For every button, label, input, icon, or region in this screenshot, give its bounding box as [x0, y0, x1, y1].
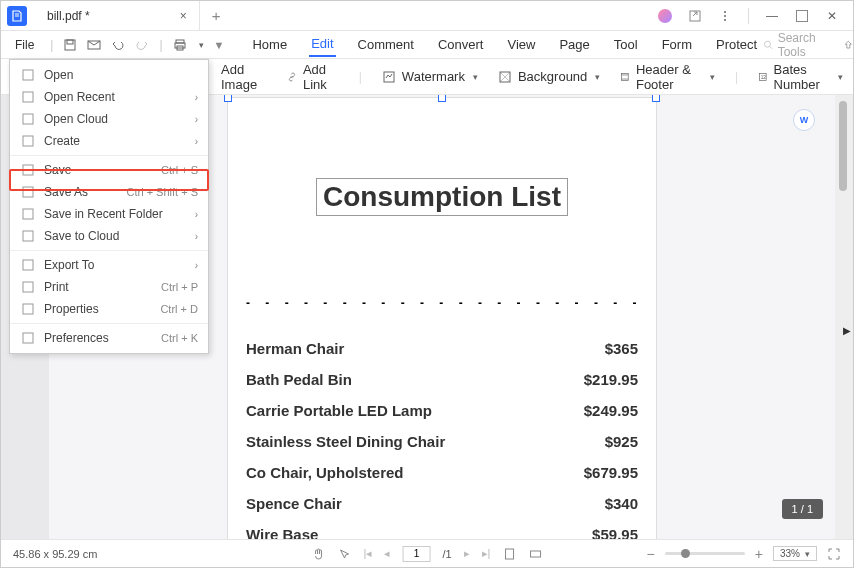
zoom-knob[interactable]	[681, 549, 690, 558]
open-icon	[20, 67, 36, 83]
mail-icon[interactable]	[87, 38, 101, 52]
add-link-button[interactable]: Add Link	[287, 62, 339, 92]
watermark-button[interactable]: Watermark▾	[382, 69, 478, 84]
page-input[interactable]	[402, 546, 430, 562]
file-menu-item-properties[interactable]: PropertiesCtrl + D	[10, 298, 208, 320]
tab-convert[interactable]: Convert	[436, 33, 486, 56]
submenu-arrow-icon: ›	[195, 136, 198, 147]
file-menu-item-export-to[interactable]: Export To›	[10, 254, 208, 276]
selection-handle[interactable]	[224, 95, 232, 102]
fit-width-icon[interactable]	[528, 547, 542, 561]
selection-handle[interactable]	[438, 95, 446, 102]
menu-shortcut: Ctrl + P	[161, 281, 198, 293]
menu-label: Save As	[44, 185, 126, 199]
background-button[interactable]: Background▾	[498, 69, 600, 84]
menu-label: Save to Cloud	[44, 229, 195, 243]
svg-rect-22	[23, 231, 33, 241]
background-icon	[498, 70, 512, 84]
select-tool-icon[interactable]	[338, 547, 352, 561]
page-indicator-badge: 1 / 1	[782, 499, 823, 519]
minimize-button[interactable]: —	[765, 9, 779, 23]
external-icon[interactable]	[688, 9, 702, 23]
app-logo	[7, 6, 27, 26]
add-tab-button[interactable]: +	[212, 7, 221, 24]
item-price: $59.95	[592, 526, 638, 539]
file-menu-item-open[interactable]: Open	[10, 64, 208, 86]
item-name: Wire Base	[246, 526, 318, 539]
vertical-scrollbar[interactable]	[835, 95, 853, 539]
share-icon[interactable]	[843, 38, 854, 52]
file-menu-item-create[interactable]: Create›	[10, 130, 208, 152]
tab-form[interactable]: Form	[660, 33, 694, 56]
zoom-out-button[interactable]: −	[647, 546, 655, 562]
add-image-button[interactable]: Add Image	[221, 62, 267, 92]
item-row: Spence Chair$340	[246, 495, 638, 512]
search-tools[interactable]: Search Tools	[763, 31, 829, 59]
menu-label: Save in Recent Folder	[44, 207, 195, 221]
file-menu-item-save-in-recent-folder[interactable]: Save in Recent Folder›	[10, 203, 208, 225]
tab-protect[interactable]: Protect	[714, 33, 759, 56]
zoom-in-button[interactable]: +	[755, 546, 763, 562]
submenu-arrow-icon: ›	[195, 92, 198, 103]
document-title[interactable]: Consumption List	[316, 178, 568, 216]
menu-label: Export To	[44, 258, 195, 272]
item-name: Bath Pedal Bin	[246, 371, 352, 388]
redo-icon[interactable]	[135, 38, 149, 52]
pin-icon[interactable]: ▼	[214, 39, 225, 51]
last-page-icon[interactable]: ▸|	[482, 547, 491, 560]
prev-page-icon[interactable]: ◂	[384, 547, 390, 560]
hand-tool-icon[interactable]	[312, 547, 326, 561]
divider: - - - - - - - - - - - - - - - - - - - - …	[246, 296, 638, 310]
scrollbar-thumb[interactable]	[839, 101, 847, 191]
svg-point-7	[765, 41, 771, 47]
selection-handle[interactable]	[652, 95, 660, 102]
maximize-button[interactable]	[795, 9, 809, 23]
tab-view[interactable]: View	[505, 33, 537, 56]
link-icon	[287, 70, 297, 84]
menu-label: Save	[44, 163, 161, 177]
file-menu-item-open-cloud[interactable]: Open Cloud›	[10, 108, 208, 130]
undo-icon[interactable]	[111, 38, 125, 52]
save-icon[interactable]	[63, 38, 77, 52]
bates-number-button[interactable]: 12 Bates Number▾	[758, 62, 843, 92]
menu-label: Create	[44, 134, 195, 148]
svg-rect-17	[23, 114, 33, 124]
file-menu-item-open-recent[interactable]: Open Recent›	[10, 86, 208, 108]
tab-home[interactable]: Home	[250, 33, 289, 56]
fit-page-icon[interactable]	[502, 547, 516, 561]
document-tab[interactable]: bill.pdf * ×	[33, 1, 200, 31]
file-menu-button[interactable]: File	[9, 34, 40, 56]
next-page-icon[interactable]: ▸	[464, 547, 470, 560]
page-total: /1	[442, 548, 451, 560]
item-price: $249.95	[584, 402, 638, 419]
print-icon[interactable]	[173, 38, 187, 52]
close-tab-icon[interactable]: ×	[180, 9, 187, 23]
close-window-button[interactable]: ✕	[825, 9, 839, 23]
zoom-value[interactable]: 33%▾	[773, 546, 817, 561]
fullscreen-icon[interactable]	[827, 547, 841, 561]
theme-icon[interactable]	[658, 9, 672, 23]
word-export-badge[interactable]: W	[793, 109, 815, 131]
zoom-slider[interactable]	[665, 552, 745, 555]
svg-rect-25	[23, 304, 33, 314]
file-menu-item-print[interactable]: PrintCtrl + P	[10, 276, 208, 298]
file-menu-item-save-to-cloud[interactable]: Save to Cloud›	[10, 225, 208, 247]
file-menu-item-preferences[interactable]: PreferencesCtrl + K	[10, 327, 208, 349]
tab-tool[interactable]: Tool	[612, 33, 640, 56]
file-menu-item-save-as[interactable]: Save AsCtrl + Shift + S	[10, 181, 208, 203]
svg-rect-19	[23, 165, 33, 175]
item-name: Stainless Steel Dining Chair	[246, 433, 445, 450]
svg-rect-18	[23, 136, 33, 146]
svg-rect-8	[384, 72, 394, 82]
header-footer-button[interactable]: Header & Footer▾	[620, 62, 715, 92]
tab-edit[interactable]: Edit	[309, 32, 335, 57]
first-page-icon[interactable]: |◂	[364, 547, 373, 560]
page-nav: |◂ ◂ /1 ▸ ▸|	[312, 546, 543, 562]
chevron-down-icon[interactable]: ▾	[199, 40, 204, 50]
expand-arrow-icon[interactable]: ▶	[843, 325, 851, 336]
file-menu-item-save[interactable]: SaveCtrl + S	[10, 159, 208, 181]
more-icon[interactable]	[718, 9, 732, 23]
tab-page[interactable]: Page	[557, 33, 591, 56]
item-name: Co Chair, Upholstered	[246, 464, 404, 481]
tab-comment[interactable]: Comment	[356, 33, 416, 56]
